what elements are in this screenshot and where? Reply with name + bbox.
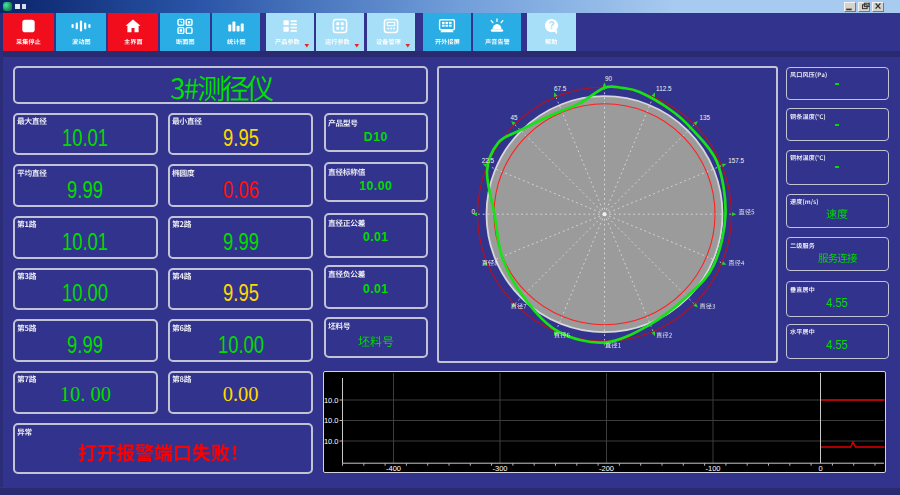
svg-text:10.0: 10.0: [324, 437, 339, 446]
svg-text:112.5: 112.5: [656, 85, 672, 92]
svg-text:10.0: 10.0: [324, 396, 339, 405]
svg-text:?: ?: [548, 20, 554, 31]
svg-text:-300: -300: [492, 464, 507, 473]
svg-text:10.0: 10.0: [324, 416, 339, 425]
svg-text:22.5: 22.5: [482, 157, 495, 164]
svg-text:0: 0: [818, 464, 822, 473]
svg-text:0: 0: [472, 208, 476, 215]
svg-text:-100: -100: [705, 464, 720, 473]
svg-text:-200: -200: [599, 464, 614, 473]
svg-text:67.5: 67.5: [554, 85, 567, 92]
svg-text:90: 90: [605, 75, 613, 82]
svg-text:157.5: 157.5: [728, 157, 744, 164]
svg-text:135: 135: [699, 114, 710, 121]
svg-text:-400: -400: [386, 464, 401, 473]
svg-text:45: 45: [511, 114, 519, 121]
